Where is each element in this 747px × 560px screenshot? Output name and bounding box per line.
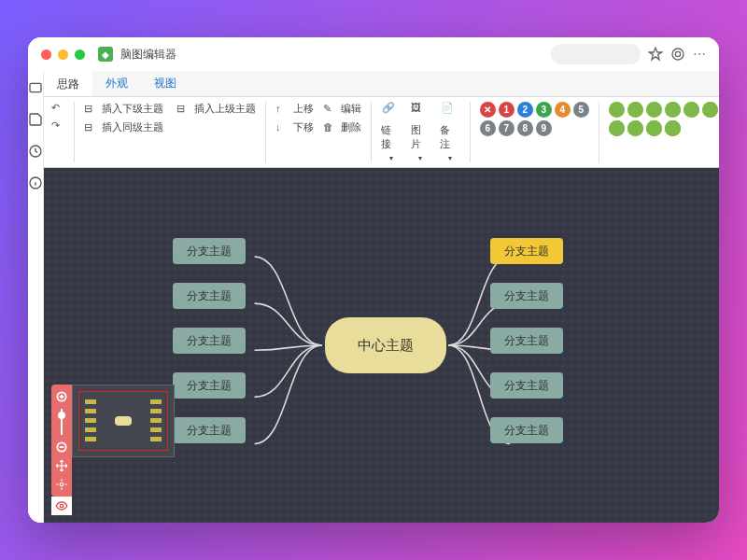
- history-icon[interactable]: [28, 144, 43, 159]
- priority-badge[interactable]: 3: [536, 102, 552, 118]
- move-up-button[interactable]: ↑上移: [275, 102, 314, 116]
- priority-badge[interactable]: 2: [517, 102, 533, 118]
- progress-pie[interactable]: [684, 102, 699, 118]
- eye-toggle[interactable]: [51, 497, 72, 515]
- progress-pie[interactable]: [702, 102, 718, 118]
- progress-pie[interactable]: [627, 102, 643, 118]
- priority-badges: ✕123456789: [480, 102, 590, 136]
- pin-icon[interactable]: [648, 47, 663, 62]
- nav-toolbar: [51, 385, 72, 497]
- progress-pie[interactable]: [665, 102, 681, 118]
- priority-badge[interactable]: ✕: [480, 102, 496, 118]
- progress-pie[interactable]: [609, 120, 625, 136]
- svg-point-7: [60, 483, 63, 486]
- svg-point-1: [675, 51, 680, 56]
- app-title: 脑图编辑器: [120, 47, 176, 63]
- target-icon[interactable]: [670, 47, 685, 62]
- svg-point-0: [672, 49, 684, 60]
- node-icon: ⊟: [176, 103, 190, 116]
- undo-icon: ↶: [51, 102, 64, 115]
- branch-node[interactable]: 分支主题: [173, 372, 246, 399]
- branch-node[interactable]: 分支主题: [490, 238, 563, 264]
- progress-pie[interactable]: [627, 120, 643, 136]
- canvas[interactable]: 中心主题: [44, 168, 719, 523]
- more-icon[interactable]: ⋯: [693, 47, 706, 62]
- locate-icon[interactable]: [55, 478, 68, 491]
- center-node[interactable]: 中心主题: [325, 317, 446, 373]
- redo-icon: ↷: [51, 119, 64, 133]
- priority-badge[interactable]: 9: [536, 120, 552, 136]
- zoom-in-icon[interactable]: [55, 390, 68, 403]
- ribbon: ↶ ↷ ⊟插入下级主题 ⊟插入上级主题 ⊟插入同级主题 ↑上移 ↓下移: [44, 97, 719, 168]
- info-icon[interactable]: [28, 175, 43, 190]
- node-icon: ⊟: [84, 121, 97, 134]
- zoom-slider[interactable]: [61, 409, 63, 435]
- app-icon: ◆: [98, 47, 113, 62]
- progress-pie[interactable]: [646, 102, 662, 118]
- link-icon: 🔗: [382, 102, 401, 120]
- priority-badge[interactable]: 7: [499, 120, 514, 136]
- pencil-icon: ✎: [323, 103, 336, 116]
- tab-view[interactable]: 视图: [141, 71, 190, 96]
- tabs: 思路 外观 视图: [44, 71, 719, 97]
- navigator-panel: [51, 385, 175, 515]
- move-icon[interactable]: [55, 459, 68, 472]
- folder-icon[interactable]: [28, 80, 43, 95]
- search-input[interactable]: [551, 44, 641, 64]
- save-icon[interactable]: [28, 112, 43, 127]
- undo-button[interactable]: ↶: [51, 102, 64, 115]
- insert-sib-button[interactable]: ⊟插入同级主题: [84, 120, 256, 134]
- branch-node[interactable]: 分支主题: [173, 417, 246, 443]
- priority-badge[interactable]: 8: [517, 120, 533, 136]
- node-icon: ⊟: [84, 103, 97, 116]
- insert-sub-button[interactable]: ⊟插入下级主题: [84, 102, 163, 116]
- progress-pie[interactable]: [646, 120, 662, 136]
- eye-icon: [55, 499, 68, 512]
- svg-point-8: [60, 504, 63, 508]
- insert-sup-button[interactable]: ⊟插入上级主题: [176, 102, 256, 116]
- branch-node[interactable]: 分支主题: [490, 372, 563, 399]
- link-button[interactable]: 🔗链接▾: [381, 102, 402, 162]
- image-button[interactable]: 🖼图片▾: [411, 102, 431, 162]
- progress-pies: ✓: [609, 102, 719, 136]
- branch-node[interactable]: 分支主题: [490, 283, 563, 309]
- priority-badge[interactable]: 5: [573, 102, 589, 118]
- tab-appearance[interactable]: 外观: [92, 71, 141, 96]
- branch-node[interactable]: 分支主题: [490, 328, 563, 354]
- branch-node[interactable]: 分支主题: [173, 283, 246, 309]
- left-sidebar: [28, 71, 44, 523]
- minimize-button[interactable]: [58, 49, 68, 60]
- redo-button[interactable]: ↷: [51, 119, 64, 133]
- branch-node[interactable]: 分支主题: [490, 417, 563, 443]
- priority-badge[interactable]: 4: [555, 102, 571, 118]
- branch-node[interactable]: 分支主题: [173, 328, 246, 354]
- close-button[interactable]: [41, 49, 51, 60]
- zoom-out-icon[interactable]: [55, 441, 68, 454]
- edit-button[interactable]: ✎编辑: [323, 102, 361, 116]
- titlebar: ◆ 脑图编辑器 ⋯: [28, 37, 719, 71]
- branch-node[interactable]: 分支主题: [173, 238, 246, 264]
- arrow-up-icon: ↑: [275, 103, 289, 116]
- arrow-down-icon: ↓: [275, 121, 289, 134]
- maximize-button[interactable]: [75, 49, 85, 60]
- trash-icon: 🗑: [323, 121, 336, 134]
- note-icon: 📄: [441, 102, 459, 120]
- minimap[interactable]: [72, 385, 175, 457]
- tab-thought[interactable]: 思路: [44, 71, 92, 96]
- window: ◆ 脑图编辑器 ⋯ 思路 外观 视图 ↶ ↷: [28, 37, 719, 523]
- progress-pie[interactable]: [609, 102, 625, 118]
- image-icon: 🖼: [411, 102, 430, 120]
- svg-rect-2: [30, 83, 41, 91]
- progress-pie[interactable]: ✓: [665, 120, 681, 136]
- window-controls: [41, 49, 85, 60]
- priority-badge[interactable]: 1: [499, 102, 514, 118]
- priority-badge[interactable]: 6: [480, 120, 496, 136]
- note-button[interactable]: 📄备注▾: [440, 102, 460, 162]
- move-down-button[interactable]: ↓下移: [275, 120, 314, 134]
- delete-button[interactable]: 🗑删除: [323, 120, 361, 134]
